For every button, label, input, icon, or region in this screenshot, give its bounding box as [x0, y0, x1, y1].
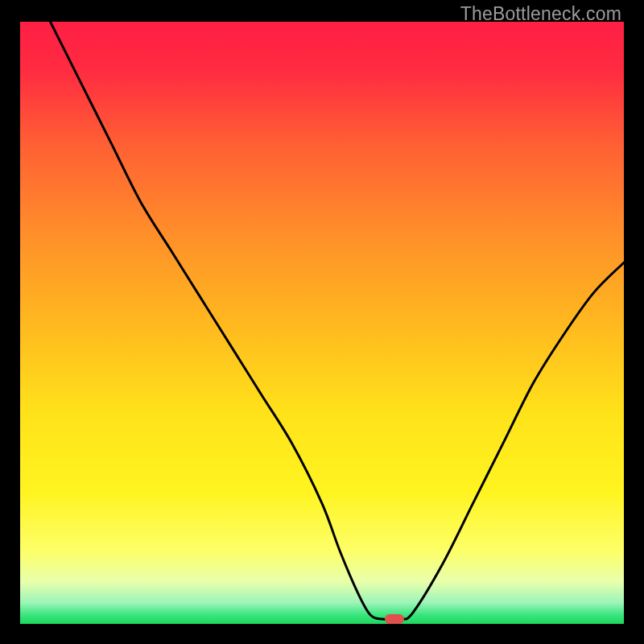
bottleneck-chart — [20, 22, 624, 624]
watermark-text: TheBottleneck.com — [460, 3, 621, 25]
gradient-background — [20, 22, 624, 624]
chart-frame: TheBottleneck.com — [0, 0, 644, 644]
optimal-marker — [385, 614, 404, 624]
